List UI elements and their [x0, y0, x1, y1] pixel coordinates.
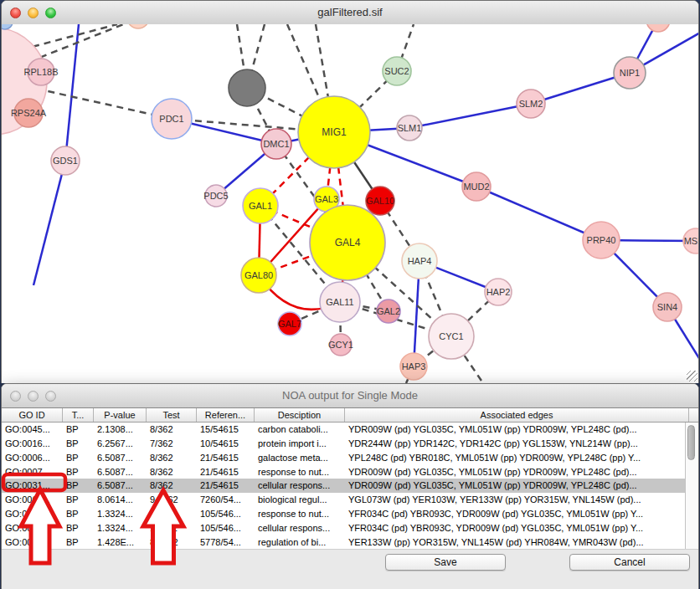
- scrollbar-thumb[interactable]: [687, 425, 695, 460]
- node-label: GAL3: [315, 194, 338, 204]
- table-row[interactable]: GO:0006...BP6.5087...8/36221/54615galact…: [2, 451, 686, 465]
- table-cell: 21/54615: [197, 451, 255, 464]
- window-title: galFiltered.sif: [317, 1, 382, 24]
- table-cell: BP: [63, 521, 94, 535]
- node-partial-topright[interactable]: [646, 24, 670, 32]
- table-cell: GO:0031...: [2, 479, 63, 492]
- table-cell: GO:0007...: [2, 465, 63, 479]
- node-unnamed-gray[interactable]: [229, 69, 265, 106]
- column-header-go-id[interactable]: GO ID: [2, 408, 63, 422]
- table-cell: 6.5087...: [94, 479, 147, 492]
- network-window-titlebar[interactable]: galFiltered.sif: [2, 1, 698, 25]
- column-header-t-[interactable]: T...: [63, 408, 94, 422]
- table-cell: 6.5087...: [94, 451, 147, 464]
- table-row[interactable]: GO:0016...BP6.2567...7/36210/54615protei…: [2, 437, 686, 451]
- cancel-button[interactable]: Cancel: [569, 554, 690, 571]
- table-cell: 8.0614...: [94, 493, 147, 506]
- node-label: SUC2: [384, 66, 409, 76]
- table-cell: YER133W (pp) YOR315W, YNL145W (pd) YHR08…: [345, 535, 686, 549]
- column-header-associated-edges[interactable]: Associated edges: [345, 408, 689, 422]
- table-cell: biological regul...: [255, 493, 345, 506]
- zoom-button[interactable]: [45, 391, 56, 402]
- table-cell: 8/362: [147, 451, 197, 464]
- table-cell: GO:0045...: [2, 423, 63, 436]
- node-label: RPL18B: [24, 67, 59, 77]
- close-button[interactable]: [10, 391, 21, 402]
- table-row[interactable]: GO:0031...BP1.3324...11/362105/546...res…: [2, 507, 686, 521]
- edge-pp: [476, 187, 601, 240]
- table-cell: 21/54615: [197, 465, 255, 479]
- minimize-button[interactable]: [28, 8, 39, 18]
- node-label: GAL4: [335, 237, 361, 248]
- node-label: GAL80: [244, 270, 273, 280]
- node-label: GDS1: [53, 156, 78, 166]
- table-row[interactable]: GO:0045...BP2.1308...8/36215/54615carbon…: [2, 423, 686, 437]
- table-cell: GO:0065...: [2, 493, 63, 506]
- table-cell: response to nut...: [255, 507, 345, 520]
- column-header-p-value[interactable]: P-value: [94, 408, 147, 422]
- desktop: { "network_window": { "title": "galFilte…: [0, 0, 700, 589]
- table-cell: BP: [63, 507, 94, 520]
- node-label: GAL10: [366, 196, 394, 206]
- node-partial-top[interactable]: [127, 24, 149, 28]
- table-cell: BP: [63, 423, 94, 436]
- resize-grip-icon[interactable]: [687, 371, 697, 382]
- node-label: MSL1: [684, 236, 698, 246]
- close-button[interactable]: [10, 8, 21, 18]
- node-label: RPS24A: [11, 108, 47, 118]
- node-label: HAP4: [408, 256, 432, 266]
- table-cell: YFR034C (pd) YBR093C, YDR009W (pd) YGL03…: [345, 507, 686, 520]
- table-row[interactable]: GO:0031...BP6.5087...8/36221/54615cellul…: [2, 479, 686, 493]
- table-cell: 21/54615: [197, 479, 255, 492]
- network-window: galFiltered.sif RPL18BRPS24AGDS1PDC1DMC1…: [1, 0, 699, 383]
- table-cell: galactose meta...: [255, 451, 345, 464]
- edge-pd: [25, 86, 172, 119]
- node-label: SLM2: [519, 99, 543, 109]
- table-row[interactable]: GO:0065...BP8.0614...94/3627260/54...bio…: [2, 493, 686, 507]
- node-label: CYC1: [439, 331, 463, 341]
- table-row[interactable]: GO:0050...BP1.428E...80/3625778/54...reg…: [2, 535, 686, 549]
- node-label: GAL11: [326, 297, 353, 307]
- table-cell: carbon cataboli...: [255, 423, 345, 436]
- header-filler: [689, 408, 700, 422]
- table-cell: BP: [63, 493, 94, 506]
- table-cell: 6.5087...: [94, 465, 147, 479]
- noa-output-window: NOA output for Single Mode GO IDT...P-va…: [1, 383, 699, 589]
- table-cell: 8/362: [147, 423, 197, 436]
- node-label: PDC1: [159, 114, 183, 124]
- column-header-desciption[interactable]: Desciption: [255, 408, 345, 422]
- noa-window-titlebar[interactable]: NOA output for Single Mode: [2, 384, 698, 408]
- table-cell: 80/362: [147, 535, 197, 549]
- table-row[interactable]: GO:0031...BP1.3324...11/362105/546...cel…: [2, 520, 686, 535]
- node-label: NIP1: [620, 68, 640, 78]
- node-partial-corner[interactable]: [2, 24, 13, 29]
- table-cell: 7260/54...: [197, 493, 255, 506]
- table-cell: YDR244W (pp) YDR142C, YDR142C (pp) YGL15…: [345, 437, 686, 450]
- node-label: MIG1: [322, 126, 347, 138]
- table-cell: 94/362: [147, 493, 197, 506]
- zoom-button[interactable]: [45, 8, 56, 18]
- column-header-test[interactable]: Test: [147, 408, 197, 422]
- table-cell: GO:0016...: [2, 437, 63, 450]
- save-button[interactable]: Save: [385, 554, 506, 571]
- table-row[interactable]: GO:0007...BP6.5087...8/36221/54615respon…: [2, 464, 686, 479]
- table-cell: response to nut...: [255, 465, 345, 479]
- network-canvas[interactable]: RPL18BRPS24AGDS1PDC1DMC1MIG1SUC2SLM1SLM2…: [2, 24, 698, 383]
- table-cell: YGL073W (pd) YER103W, YER133W (pp) YOR31…: [345, 493, 686, 506]
- results-table: GO:0045...BP2.1308...8/36215/54615carbon…: [2, 423, 686, 549]
- node-label: GAL2: [377, 306, 400, 316]
- vertical-scrollbar[interactable]: [685, 423, 697, 549]
- column-header-referen-[interactable]: Referen...: [197, 408, 255, 422]
- table-cell: YDR009W (pd) YGL035C, YML051W (pp) YDR00…: [345, 465, 686, 479]
- node-label: PDC5: [203, 191, 228, 201]
- table-cell: 1.428E...: [94, 535, 147, 549]
- table-cell: YPL248C (pd) YBR018C, YML051W (pp) YDR00…: [345, 451, 686, 464]
- table-cell: YDR009W (pd) YGL035C, YML051W (pp) YDR00…: [345, 479, 686, 492]
- button-bar: Save Cancel: [2, 549, 698, 589]
- table-cell: BP: [63, 437, 94, 450]
- table-cell: GO:0031...: [2, 507, 63, 520]
- table-cell: 1.3324...: [94, 507, 147, 520]
- table-cell: cellular respons...: [255, 521, 345, 535]
- minimize-button[interactable]: [28, 391, 39, 402]
- edge-pp: [409, 104, 531, 128]
